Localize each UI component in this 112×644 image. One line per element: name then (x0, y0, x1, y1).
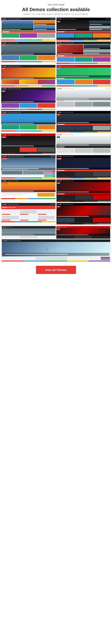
demo-4-featured: HOT (56, 44, 111, 55)
demo-5-logo: iFLOW (2, 66, 6, 67)
demo-row-7: iFLOW LIFESTYLE (1, 155, 111, 179)
demo-1-caption (2, 28, 34, 30)
demo-6-cards (56, 79, 111, 85)
demo-item-1[interactable]: iFLOW HOT (1, 18, 56, 41)
demo-6-accent (56, 85, 111, 86)
demo-9-logo: iFLOW (2, 112, 6, 113)
demo-11-cards (1, 147, 56, 153)
demo-12-topbar: iFLOW (56, 134, 111, 136)
demo-12-logo: iFLOW (57, 134, 62, 135)
demo-1-nav (8, 19, 21, 19)
demo-2-cards (56, 33, 111, 40)
demo-3-cards (1, 55, 56, 61)
demo-item-5[interactable]: iFLOW FOOD (1, 65, 56, 86)
demo-8-section (56, 100, 111, 102)
demo-item-18[interactable]: iFLOW AUTO (56, 203, 111, 225)
view-all-themes-button[interactable]: View all Themes (36, 266, 76, 274)
demo-item-12[interactable]: iFLOW NEW (56, 133, 111, 154)
demo-2-card-2 (75, 33, 92, 39)
demo-14-cards (56, 171, 111, 177)
demo-6-topbar: iFLOW (56, 65, 111, 68)
demo-2-side (89, 20, 110, 30)
demo-row-3: iFLOW FOOD iFLOW (1, 65, 111, 86)
demo-12-cards (56, 148, 111, 154)
demo-3-topbar: iFLOW (1, 42, 56, 44)
demo-10-accent (56, 131, 111, 132)
demo-2-accent (56, 40, 111, 40)
demo-8-topbar: iFLOW (56, 88, 111, 90)
demo-2-nav (63, 19, 76, 19)
demo-1-featured: HOT (1, 20, 56, 31)
demo-2-card-1 (57, 33, 74, 39)
demo-item-4[interactable]: iFLOW HOT (56, 42, 111, 64)
demo-1-side-1 (34, 20, 55, 26)
demo-14-accent (56, 177, 111, 178)
demo-8-cards (56, 102, 111, 108)
demo-item-17[interactable]: iFLOW (1, 203, 56, 225)
demo-7-topbar: iFLOW (1, 88, 56, 90)
demo-17-accent (1, 221, 56, 222)
demo-6-section (56, 78, 111, 79)
demo-10-topbar: iFLOW (56, 111, 111, 114)
demo-9-cards (1, 124, 56, 130)
demo-15-topbar: iFLOW (1, 180, 56, 182)
demo-10-section (56, 124, 111, 125)
demo-9-topbar: iFLOW (1, 111, 56, 114)
demo-7-cards (1, 103, 56, 109)
page-header: One click Install All Demos collection a… (0, 0, 112, 18)
demo-2-featured: NEW (56, 20, 111, 31)
demo-item-14[interactable]: iFLOW GAMING (56, 155, 111, 179)
demo-16-logo: iFLOW (57, 180, 62, 182)
demo-item-9[interactable]: iFLOW TRAVEL (1, 111, 56, 132)
demo-item-11[interactable]: iFLOW FITNESS (1, 133, 56, 154)
demo-2-search (106, 18, 110, 20)
demo-14-logo: iFLOW (57, 156, 62, 157)
demo-8-logo: iFLOW (57, 88, 62, 89)
one-click-label: One click Install (2, 3, 110, 6)
demo-18-cards (56, 218, 111, 224)
demo-7-logo: iFLOW (2, 88, 6, 90)
demo-3-logo: iFLOW (2, 42, 6, 44)
demo-row-1: iFLOW HOT (1, 18, 111, 41)
demo-1-card-3 (38, 33, 55, 39)
demo-11-accent (1, 153, 56, 154)
demo-1-card-1 (2, 33, 19, 39)
demo-item-7[interactable]: iFLOW MUSIC (1, 87, 56, 110)
demo-row-2: iFLOW TRAVEL iFLOW (1, 42, 111, 64)
demo-row-8: iFLOW LIFESTYLE (1, 179, 111, 202)
demo-item-16[interactable]: iFLOW AUTO (56, 179, 111, 202)
demo-item-13[interactable]: iFLOW LIFESTYLE (1, 155, 56, 179)
demo-6-logo: iFLOW (57, 66, 62, 67)
demo-13-logo: iFLOW (2, 156, 6, 157)
main-title: All Demos collection available (2, 7, 110, 12)
demo-12-section (56, 146, 111, 148)
demo-4-accent (56, 63, 111, 64)
demo-10-logo: iFLOW (57, 112, 62, 113)
demo-item-15[interactable]: iFLOW LIFESTYLE (1, 179, 56, 202)
demo-13-bottom (1, 170, 56, 177)
demo-19-top-row: iFLOW (1, 226, 111, 239)
demo-2-logo: iFLOW (57, 18, 62, 20)
demo-11-topbar: iFLOW (1, 134, 56, 136)
demo-2-main-img: NEW (57, 20, 89, 30)
demo-1-accent (1, 40, 56, 40)
demo-item-2[interactable]: iFLOW NEW (56, 18, 111, 41)
demo-item-3[interactable]: iFLOW TRAVEL (1, 42, 56, 64)
demo-item-10[interactable]: iFLOW TECH (56, 111, 111, 132)
demo-item-8[interactable]: iFLOW (56, 87, 111, 110)
demo-row-9: iFLOW (1, 203, 111, 225)
demo-15-featured (1, 192, 56, 198)
demo-item-6[interactable]: iFLOW SPORT (56, 65, 111, 86)
demo-1-section-header (1, 31, 56, 33)
demo-15-accent (1, 198, 56, 199)
demo-19-accent (2, 260, 110, 262)
demo-item-19[interactable]: iFLOW (1, 226, 111, 262)
demo-16-section (56, 193, 111, 195)
demo-4-logo: iFLOW (57, 42, 62, 44)
demo-1-main-img: HOT (2, 20, 34, 30)
demo-2-topbar: iFLOW (56, 18, 111, 20)
demo-11-logo: iFLOW (2, 134, 6, 136)
demo-4-section (56, 55, 111, 57)
demo-4-cards (56, 57, 111, 63)
demo-14-topbar: iFLOW (56, 155, 111, 158)
